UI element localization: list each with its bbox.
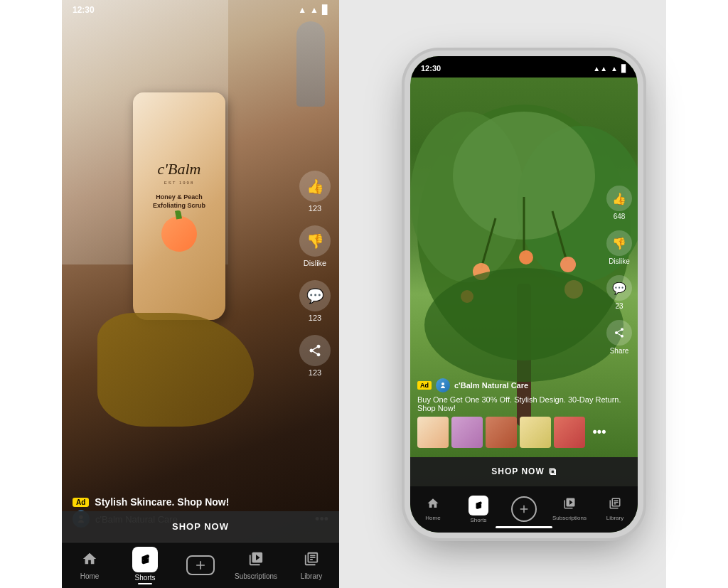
right-battery: ▊ (621, 65, 627, 73)
dislike-label: Dislike (304, 259, 326, 267)
nav-item-shorts[interactable]: Shorts (117, 547, 173, 584)
right-nav-add[interactable] (501, 496, 547, 522)
right-shop-now-icon: ⧉ (549, 466, 557, 478)
like-button[interactable]: 👍 123 (299, 171, 331, 213)
right-phone-wrapper: 12:30 ▲▲ ▲ ▊ (382, 0, 666, 588)
right-comment-count: 23 (615, 302, 623, 310)
share-icon[interactable] (299, 335, 331, 366)
like-count: 123 (309, 204, 321, 213)
right-action-buttons: 👍 648 👎 Dislike 💬 23 Share (606, 186, 632, 355)
comment-icon[interactable]: 💬 (299, 280, 331, 311)
right-ad-text: Buy One Get One 30% Off. Stylish Design.… (417, 395, 631, 412)
right-add-icon[interactable] (511, 496, 537, 522)
right-home-icon (427, 497, 439, 513)
more-products[interactable]: ••• (588, 417, 611, 448)
right-ad-header: Ad c'Balm Natural Care (417, 378, 631, 392)
right-share-button[interactable]: Share (606, 320, 632, 355)
right-dislike-button[interactable]: 👎 Dislike (606, 230, 632, 265)
product-thumb-4[interactable] (520, 417, 551, 448)
status-bar: 12:30 ▲ ▲ ▊ (62, 0, 339, 20)
right-subscriptions-icon (563, 497, 576, 513)
right-shop-now-label: SHOP NOW (491, 466, 544, 476)
product-tube: c'Balm EST 1998 Honey & Peach Exfoliatin… (133, 92, 225, 320)
time-display: 12:30 (73, 5, 95, 15)
right-shop-now-button[interactable]: SHOP NOW ⧉ (410, 457, 638, 486)
right-like-icon[interactable]: 👍 (606, 186, 632, 211)
ad-badge: Ad (73, 498, 89, 507)
product-thumb-3[interactable] (486, 417, 517, 448)
right-like-button[interactable]: 👍 648 (606, 186, 632, 220)
right-status-bar: 12:30 ▲▲ ▲ ▊ (410, 56, 638, 77)
right-wifi: ▲ (611, 65, 618, 73)
right-ad-badge: Ad (417, 381, 432, 390)
action-buttons: 👍 123 👎 Dislike 💬 123 123 (299, 171, 331, 377)
right-nav-subscriptions[interactable]: Subscriptions (547, 497, 592, 521)
product-display: c'Balm EST 1998 Honey & Peach Exfoliatin… (105, 57, 261, 412)
right-shorts-icon (469, 496, 488, 515)
nav-item-add[interactable] (173, 555, 228, 575)
home-indicator (496, 526, 552, 528)
right-home-label: Home (425, 515, 440, 521)
brand-established: EST 1998 (164, 181, 195, 185)
dislike-button[interactable]: 👎 Dislike (299, 225, 331, 267)
product-thumb-2[interactable] (451, 417, 483, 448)
status-icons: ▲ ▲ ▊ (298, 5, 328, 15)
library-icon (304, 551, 319, 571)
right-advertiser-avatar (436, 378, 450, 392)
right-nav-home[interactable]: Home (410, 497, 456, 521)
right-dislike-label: Dislike (609, 257, 629, 265)
library-label: Library (301, 572, 323, 580)
right-ad-section: Ad c'Balm Natural Care Buy One Get One 3… (410, 378, 638, 451)
right-phone: 12:30 ▲▲ ▲ ▊ (410, 56, 638, 533)
svg-point-10 (560, 257, 576, 272)
shorts-icon (132, 547, 158, 572)
right-like-count: 648 (614, 213, 626, 220)
svg-point-9 (519, 250, 533, 264)
background-spacer (339, 0, 382, 588)
right-library-label: Library (606, 515, 623, 521)
right-nav-shorts[interactable]: Shorts (456, 496, 501, 523)
add-icon (186, 555, 215, 575)
shop-now-button[interactable]: SHOP NOW (62, 511, 339, 542)
ad-label: Ad Stylish Skincare. Shop Now! (73, 496, 328, 508)
like-icon[interactable]: 👍 (299, 171, 331, 202)
svg-point-13 (424, 268, 623, 382)
right-advertiser-name: c'Balm Natural Care (454, 381, 528, 390)
bottom-navigation: Home Shorts Subscriptions (62, 542, 339, 588)
ad-text: Stylish Skincare. Shop Now! (95, 496, 229, 508)
battery-icon: ▊ (322, 5, 328, 15)
left-phone: c'Balm EST 1998 Honey & Peach Exfoliatin… (62, 0, 339, 588)
nav-item-subscriptions[interactable]: Subscriptions (228, 551, 284, 580)
right-signal: ▲▲ (593, 65, 607, 73)
right-share-label: Share (610, 347, 629, 355)
svg-point-14 (441, 383, 444, 385)
subscriptions-icon (248, 551, 264, 571)
right-status-icons: ▲▲ ▲ ▊ (593, 65, 627, 73)
share-button[interactable]: 123 (299, 335, 331, 377)
right-shorts-label: Shorts (470, 517, 486, 523)
right-time: 12:30 (421, 64, 441, 73)
right-subscriptions-label: Subscriptions (552, 515, 587, 521)
home-label: Home (80, 572, 100, 580)
right-library-icon (609, 497, 621, 513)
share-count: 123 (309, 368, 321, 377)
comment-count: 123 (309, 314, 321, 322)
right-share-icon[interactable] (606, 320, 632, 346)
signal-icon: ▲ (298, 5, 306, 15)
right-nav-library[interactable]: Library (592, 497, 638, 521)
product-thumb-5[interactable] (554, 417, 585, 448)
comment-button[interactable]: 💬 123 (299, 280, 331, 322)
nav-item-library[interactable]: Library (284, 551, 339, 580)
subscriptions-label: Subscriptions (235, 572, 277, 580)
nav-item-home[interactable]: Home (62, 551, 117, 580)
shorts-label: Shorts (135, 574, 156, 584)
right-dislike-icon[interactable]: 👎 (606, 230, 632, 256)
dislike-icon[interactable]: 👎 (299, 225, 331, 257)
product-thumb-1[interactable] (417, 417, 449, 448)
product-thumbnails: ••• (417, 417, 631, 448)
product-description: Honey & Peach Exfoliating Scrub (140, 193, 218, 210)
right-comment-icon[interactable]: 💬 (606, 275, 632, 301)
right-comment-button[interactable]: 💬 23 (606, 275, 632, 310)
wifi-icon: ▲ (310, 5, 318, 15)
home-icon (82, 551, 97, 571)
